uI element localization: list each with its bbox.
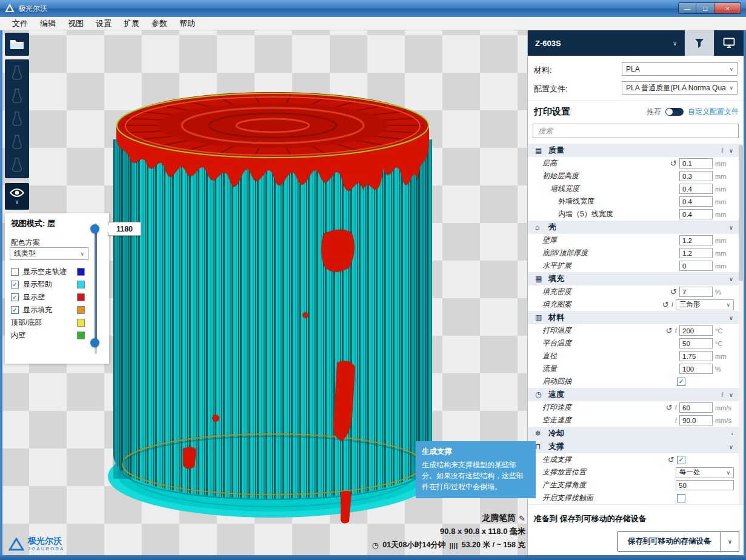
- printer-bar: Z-603S ∨: [528, 30, 744, 56]
- printer-select[interactable]: Z-603S ∨: [528, 30, 684, 56]
- view-option-label: 顶部/底部: [11, 318, 42, 328]
- menu-file[interactable]: 文件: [6, 17, 34, 30]
- chevron-down-icon[interactable]: ∨: [729, 224, 733, 231]
- settings-section-header[interactable]: ❄冷却‹: [528, 427, 739, 440]
- setting-value-input[interactable]: 100: [679, 364, 713, 374]
- layer-slider-bottom-handle[interactable]: [90, 338, 99, 347]
- print-time-icon: ◷: [372, 541, 379, 550]
- setting-dropdown[interactable]: 三角形∨: [676, 299, 734, 310]
- setting-dropdown[interactable]: 每一处∨: [676, 467, 734, 478]
- setting-checkbox[interactable]: ✓: [677, 456, 685, 464]
- section-info-icon[interactable]: i: [721, 390, 723, 399]
- layer-slider-top-handle[interactable]: [90, 224, 99, 233]
- save-options-arrow[interactable]: ∨: [721, 532, 739, 551]
- reset-icon[interactable]: ↺: [666, 404, 673, 412]
- view-option-checkbox[interactable]: [11, 268, 19, 276]
- color-swatch: [77, 332, 85, 339]
- settings-section-header[interactable]: ▤质量i∨: [528, 144, 739, 157]
- color-scheme-select[interactable]: 线类型 ∨: [10, 247, 88, 260]
- search-input[interactable]: [533, 124, 739, 138]
- settings-section-header[interactable]: ◷速度i∨: [528, 388, 739, 401]
- menu-settings[interactable]: 设置: [90, 17, 118, 30]
- close-button[interactable]: ×: [714, 2, 741, 14]
- printer-name: Z-603S: [535, 39, 561, 48]
- settings-section-header[interactable]: ▥材料∨: [528, 311, 739, 324]
- reset-icon[interactable]: ↺: [666, 327, 673, 335]
- menu-help[interactable]: 帮助: [173, 17, 201, 30]
- info-icon[interactable]: i: [675, 403, 677, 412]
- save-button-label: 保存到可移动的存储设备: [618, 532, 721, 551]
- chevron-left-icon[interactable]: ‹: [731, 430, 733, 437]
- setting-value-input[interactable]: 0.4: [679, 184, 713, 194]
- rotate-tool-button[interactable]: [5, 107, 29, 130]
- view-option-checkbox[interactable]: ✓: [11, 293, 19, 301]
- menu-extensions[interactable]: 扩展: [118, 17, 145, 30]
- info-icon[interactable]: i: [675, 416, 677, 425]
- scale-tool-button[interactable]: [5, 84, 29, 107]
- setting-value-input[interactable]: 50: [676, 480, 734, 490]
- setting-value-input[interactable]: 0: [679, 261, 713, 271]
- material-label: 材料:: [534, 65, 552, 76]
- monitor-tab[interactable]: [714, 30, 744, 56]
- view-option-checkbox[interactable]: ✓: [11, 306, 19, 314]
- menu-view[interactable]: 视图: [62, 17, 90, 30]
- open-file-button[interactable]: [5, 33, 29, 56]
- save-to-removable-button[interactable]: 保存到可移动的存储设备 ∨: [618, 532, 739, 552]
- view-option-checkbox[interactable]: ✓: [11, 281, 19, 288]
- rename-model-icon[interactable]: ✎: [519, 514, 525, 523]
- chevron-down-icon[interactable]: ∨: [729, 315, 733, 321]
- chevron-down-icon[interactable]: ∨: [729, 147, 733, 154]
- setting-value-input[interactable]: 60: [679, 402, 713, 413]
- dropdown-value: 每一处: [679, 468, 701, 477]
- setting-value-input[interactable]: 0.1: [679, 158, 713, 168]
- reset-icon[interactable]: ↺: [662, 301, 669, 308]
- print-setup-tab[interactable]: [684, 30, 714, 56]
- setting-value-input[interactable]: 1.2: [679, 235, 713, 245]
- menu-parameters[interactable]: 参数: [145, 17, 173, 30]
- chevron-down-icon[interactable]: ∨: [729, 276, 733, 282]
- per-model-settings-button[interactable]: [5, 153, 29, 176]
- setting-label: 空走速度: [528, 415, 571, 425]
- unit-label: mm: [715, 173, 734, 180]
- settings-section-header[interactable]: ⊓支撑∨: [528, 440, 739, 453]
- setting-value-input[interactable]: 1.75: [679, 351, 713, 361]
- setting-value-input[interactable]: 1.2: [679, 248, 713, 258]
- chevron-down-icon[interactable]: ∨: [729, 444, 733, 450]
- reset-icon[interactable]: ↺: [668, 456, 674, 464]
- setting-value-input[interactable]: 200: [679, 325, 713, 336]
- profile-select[interactable]: PLA 普通质量(PLA Norma Qua ∨: [622, 81, 738, 95]
- menu-edit[interactable]: 编辑: [34, 17, 62, 30]
- setting-checkbox[interactable]: ✓: [677, 378, 685, 386]
- reset-icon[interactable]: ↺: [670, 288, 677, 296]
- minimize-button[interactable]: —: [678, 2, 696, 14]
- custom-profile-link[interactable]: 自定义配置文件: [688, 107, 739, 117]
- setting-row: 层高↺0.1mm: [528, 157, 739, 170]
- setting-value-input[interactable]: 90.0: [679, 415, 713, 425]
- setting-value-input[interactable]: 50: [679, 338, 713, 348]
- settings-section-header[interactable]: ▦填充∨: [528, 272, 739, 285]
- reset-icon[interactable]: ↺: [670, 159, 677, 167]
- view-mode-button[interactable]: ∨: [5, 183, 29, 210]
- scrollbar-thumb[interactable]: [739, 145, 743, 281]
- view-option-row: ✓显示壁: [11, 291, 85, 304]
- setting-checkbox[interactable]: [677, 494, 685, 502]
- info-icon[interactable]: i: [671, 300, 673, 309]
- settings-list: ▤质量i∨层高↺0.1mm初始层高度0.3mm墙线宽度0.4mm外墙线宽度0.4…: [528, 144, 739, 504]
- mirror-tool-button[interactable]: [5, 130, 29, 153]
- settings-scrollbar[interactable]: [739, 144, 743, 504]
- setting-value-input[interactable]: 0.4: [679, 209, 713, 219]
- setting-value-input[interactable]: 7: [679, 287, 713, 297]
- setting-value-input[interactable]: 0.3: [679, 171, 713, 181]
- section-info-icon[interactable]: i: [721, 146, 723, 155]
- material-select[interactable]: PLA ∨: [622, 62, 738, 76]
- setting-value-input[interactable]: 0.4: [679, 196, 713, 207]
- cooling-icon: ❄: [535, 429, 546, 438]
- chevron-down-icon[interactable]: ∨: [729, 392, 733, 398]
- move-tool-button[interactable]: [5, 61, 29, 84]
- maximize-button[interactable]: □: [696, 2, 714, 14]
- settings-section-header[interactable]: ⌂壳∨: [528, 221, 739, 234]
- recommended-custom-toggle[interactable]: [665, 108, 684, 116]
- info-icon[interactable]: i: [675, 326, 677, 335]
- support-icon: ⊓: [535, 442, 546, 451]
- section-title: 填充: [548, 273, 564, 284]
